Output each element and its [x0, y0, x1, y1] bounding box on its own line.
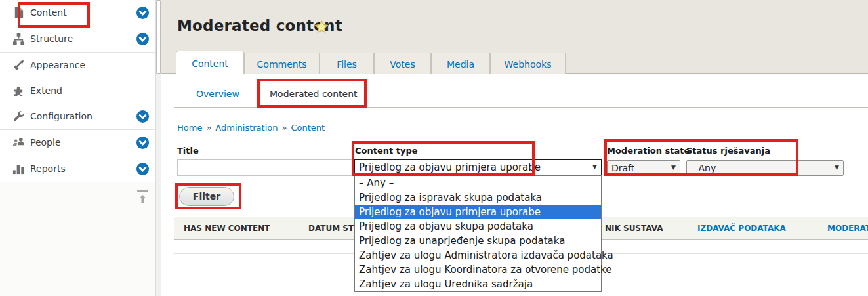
- sidebar-item-label: People: [30, 137, 61, 148]
- dropdown-option[interactable]: Zahtjev za ulogu Urednika sadržaja: [355, 277, 601, 291]
- dropdown-option[interactable]: Zahtjev za ulogu Administratora izdavača…: [355, 248, 601, 263]
- star-icon[interactable]: [314, 20, 329, 34]
- breadcrumb: Home»Administration»Content: [177, 123, 325, 133]
- sidebar-item-structure[interactable]: Structure: [0, 26, 155, 53]
- app-root: Content Structure Appearance Exten: [0, 0, 868, 296]
- sidebar-item-configuration[interactable]: Configuration: [0, 104, 155, 130]
- chevron-down-icon[interactable]: [136, 32, 150, 46]
- puzzle-icon: [12, 85, 25, 97]
- breadcrumb-separator: »: [206, 123, 211, 133]
- tab-content[interactable]: Content: [176, 51, 244, 74]
- dropdown-option-selected[interactable]: Prijedlog za objavu primjera uporabe: [355, 205, 601, 219]
- sidebar-scrollbar[interactable]: [155, 0, 161, 296]
- sidebar-item-label: Extend: [30, 85, 62, 96]
- content-type-selected-value: Prijedlog za objavu primjera uporabe: [359, 161, 541, 173]
- dropdown-option[interactable]: Prijedlog za ispravak skupa podataka: [355, 190, 601, 205]
- col-has-new-content: HAS NEW CONTENT: [184, 224, 270, 233]
- title-label: Title: [177, 146, 199, 156]
- bar-chart-icon: [12, 163, 25, 175]
- brush-icon: [12, 59, 25, 72]
- select-arrow-icon: ▼: [671, 164, 676, 171]
- chevron-down-icon[interactable]: [136, 162, 150, 176]
- tab-media[interactable]: Media: [431, 53, 490, 74]
- dropdown-option[interactable]: Zahtjev za ulogu Koordinatora za otvoren…: [355, 263, 601, 277]
- wrench-icon: [12, 110, 25, 123]
- sitemap-icon: [12, 33, 25, 45]
- breadcrumb-link-administration[interactable]: Administration: [215, 123, 278, 133]
- status-rjesavanja-select[interactable]: – Any – ▼: [686, 160, 844, 176]
- filter-button[interactable]: Filter: [179, 187, 234, 206]
- moderation-state-selected-value: Draft: [611, 163, 634, 173]
- sidebar-item-reports[interactable]: Reports: [0, 156, 155, 182]
- content-type-dropdown-list: – Any – Prijedlog za ispravak skupa poda…: [354, 175, 602, 292]
- chevron-down-icon[interactable]: [136, 136, 150, 150]
- file-icon: [12, 7, 25, 19]
- sidebar-item-label: Reports: [30, 163, 66, 174]
- col-moderation[interactable]: MODERAT: [827, 224, 868, 233]
- dropdown-option[interactable]: – Any –: [355, 176, 601, 190]
- breadcrumb-link-content[interactable]: Content: [291, 123, 325, 133]
- people-icon: [12, 137, 25, 149]
- title-input[interactable]: [177, 159, 354, 176]
- breadcrumb-separator: »: [282, 123, 287, 133]
- chevron-down-icon[interactable]: [136, 6, 150, 20]
- sidebar-item-label: Content: [30, 7, 67, 18]
- subtab-overview[interactable]: Overview: [196, 89, 239, 99]
- subtab-moderated-content[interactable]: Moderated content: [270, 89, 358, 99]
- collapse-to-top-icon[interactable]: [136, 188, 150, 204]
- tab-comments[interactable]: Comments: [244, 53, 320, 74]
- dropdown-option[interactable]: Prijedlog za unaprjeđenje skupa podataka: [355, 234, 601, 248]
- moderation-state-select[interactable]: Draft ▼: [607, 160, 680, 175]
- col-izdavac-podataka[interactable]: IZDAVAČ PODATAKA: [697, 224, 786, 233]
- subtab-divider: [174, 107, 868, 108]
- select-arrow-icon: ▼: [835, 164, 839, 171]
- status-rjesavanja-selected-value: – Any –: [691, 163, 724, 173]
- sidebar-item-people[interactable]: People: [0, 130, 155, 156]
- breadcrumb-link-home[interactable]: Home: [177, 123, 202, 133]
- sidebar-footer: [0, 182, 155, 296]
- status-rjesavanja-label: Status rješavanja: [686, 146, 770, 156]
- chevron-down-icon[interactable]: [136, 110, 150, 123]
- dropdown-option[interactable]: Prijedlog za objavu skupa podataka: [355, 219, 601, 234]
- sidebar-item-label: Appearance: [30, 60, 85, 70]
- content-type-label: Content type: [355, 146, 418, 156]
- tab-files[interactable]: Files: [320, 53, 374, 74]
- tab-webhooks[interactable]: Webhooks: [490, 53, 566, 74]
- admin-sidebar: Content Structure Appearance Exten: [0, 0, 155, 296]
- sidebar-item-content[interactable]: Content: [0, 0, 155, 26]
- tab-votes[interactable]: Votes: [374, 53, 431, 74]
- sidebar-item-label: Configuration: [30, 111, 93, 121]
- content-type-select[interactable]: Prijedlog za objavu primjera uporabe ▼: [354, 159, 602, 176]
- sidebar-item-extend[interactable]: Extend: [0, 78, 155, 104]
- col-datum: DATUM ST: [308, 224, 354, 233]
- scrollbar-thumb[interactable]: [156, 0, 161, 74]
- sidebar-item-label: Structure: [30, 33, 73, 44]
- moderation-state-label: Moderation state: [607, 146, 690, 156]
- col-korisnik-sustava: NIK SUSTAVA: [605, 224, 663, 233]
- select-arrow-icon: ▼: [592, 163, 597, 170]
- sidebar-item-appearance[interactable]: Appearance: [0, 53, 155, 79]
